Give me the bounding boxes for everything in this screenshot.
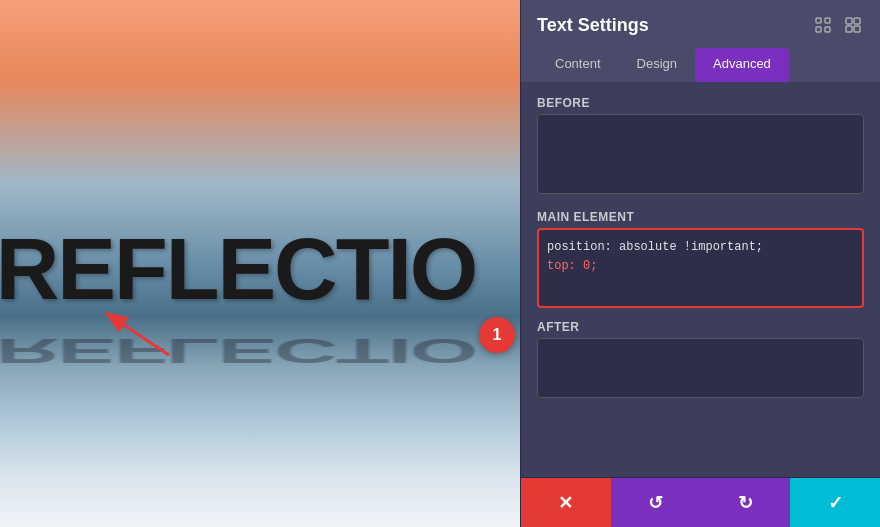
svg-rect-8 <box>846 26 852 32</box>
svg-line-1 <box>109 315 169 355</box>
panel-icon-group <box>812 14 864 36</box>
svg-rect-3 <box>825 18 830 23</box>
svg-rect-2 <box>816 18 821 23</box>
code-line-2: top: 0; <box>547 257 854 276</box>
code-property-2: top: 0; <box>547 259 597 273</box>
reset-button[interactable]: ↺ <box>611 478 701 527</box>
panel-title: Text Settings <box>537 15 649 36</box>
main-element-section: Main Element position: absolute !importa… <box>537 210 864 308</box>
tab-design[interactable]: Design <box>619 48 695 82</box>
tab-advanced[interactable]: Advanced <box>695 48 789 82</box>
confirm-button[interactable]: ✓ <box>790 478 880 527</box>
svg-rect-5 <box>825 27 830 32</box>
svg-rect-9 <box>854 26 860 32</box>
fullscreen-icon[interactable] <box>812 14 834 36</box>
code-property-1: position: absolute !important; <box>547 240 763 254</box>
svg-rect-7 <box>854 18 860 24</box>
before-textarea[interactable] <box>537 114 864 194</box>
tab-bar: Content Design Advanced <box>537 48 864 82</box>
before-label: Before <box>537 96 864 110</box>
cancel-button[interactable]: ✕ <box>521 478 611 527</box>
panel-header: Text Settings <box>521 0 880 82</box>
grid-icon[interactable] <box>842 14 864 36</box>
before-section: Before <box>537 96 864 198</box>
svg-rect-4 <box>816 27 821 32</box>
tab-content[interactable]: Content <box>537 48 619 82</box>
redo-button[interactable]: ↻ <box>701 478 791 527</box>
after-label: After <box>537 320 864 334</box>
settings-panel: Text Settings <box>520 0 880 527</box>
panel-body: Before Main Element position: absolute !… <box>521 82 880 477</box>
action-bar: ✕ ↺ ↻ ✓ <box>521 477 880 527</box>
step-badge: 1 <box>479 317 515 353</box>
code-line-1: position: absolute !important; <box>547 238 854 257</box>
svg-rect-6 <box>846 18 852 24</box>
arrow-annotation <box>94 305 174 369</box>
canvas-main-text: REFLECTIO <box>0 218 476 320</box>
main-element-label: Main Element <box>537 210 864 224</box>
canvas-area: REFLECTIO REFLECTIO 1 <box>0 0 520 527</box>
canvas-reflection-text: REFLECTIO <box>0 331 476 372</box>
code-editor[interactable]: position: absolute !important; top: 0; <box>537 228 864 308</box>
after-section: After <box>537 320 864 402</box>
after-textarea[interactable] <box>537 338 864 398</box>
